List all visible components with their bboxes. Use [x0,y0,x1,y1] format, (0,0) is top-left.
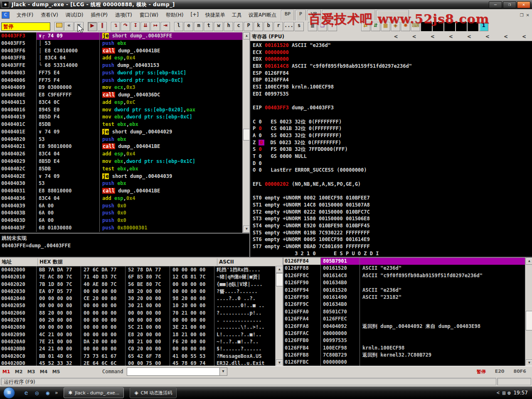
register-row[interactable] [250,187,532,195]
register-row[interactable]: EIP 00403FF3 dump_.00403FF3 [250,104,532,111]
disasm-row[interactable]: 0040403F68 01030080push 0x80000301 [0,224,249,232]
stack-row[interactable]: 0126FFA800404092返回到 dump_.00404092 来自 du… [283,323,532,330]
hexdump-row[interactable]: 0040206088 20 00 0000 00 00 0000 00 00 0… [0,310,283,317]
memory-tab-m2[interactable]: M2 [12,369,25,374]
disasm-row[interactable]: 00403FF6│ E8 C3010000call dump_.004041BE [0,47,249,55]
pause-button[interactable]: ‖ [98,22,107,31]
command-input[interactable] [127,368,219,375]
menu-item-1[interactable]: 文件(F) [13,11,37,20]
disasm-row[interactable]: 004040168945 E0mov dword ptr ss:[ebp-0x2… [0,106,249,114]
hexdump-row[interactable]: 004020C0BB 01 4D 6573 73 61 6765 42 6F 7… [0,353,283,360]
stack-row[interactable]: 0126FFB4100ECF98krnln.100ECF98 [283,345,532,352]
task-button-1[interactable]: ✱Jlack - dump_.exe... [64,387,124,398]
register-row[interactable]: ST5 empty +UNORM 019B 7C930222 FFFFFFFF [250,229,532,236]
plugin-tab-1[interactable]: BP [281,10,294,20]
hexdump-row[interactable]: 00402030EA 07 D5 7700 00 00 00B8 20 00 0… [0,288,283,295]
disasm-row[interactable]: 0040403683C4 04add esp,0x4 [0,195,249,202]
menu-extra-1[interactable]: [+] [187,11,202,20]
collapse-arrow-icon[interactable]: < [485,34,490,39]
collapse-arrow-icon[interactable]: < [412,34,416,39]
stack-row[interactable]: 0126FF8C001614C8ASCII "c9f0f895fb98ab915… [283,272,532,279]
register-row[interactable]: EBX 001614C8 ASCII "c9f0f895fb98ab9159f5… [250,63,532,70]
tray-icon-1[interactable]: ▤ [502,390,505,396]
register-row[interactable]: EFL 00000202 (NO,NB,NE,A,NS,PO,GE,G) [250,181,532,188]
disasm-row[interactable]: 0040402E∨ 74 09je short dump_.00404039 [0,173,249,180]
memory-tab-m3[interactable]: M3 [25,369,37,374]
register-row[interactable]: EDX 00000000 [250,56,532,63]
step-button-4[interactable]: ⇊ [141,22,150,31]
disasm-row[interactable]: 0040402053push ebx [0,136,249,143]
quicklaunch-icon-3[interactable]: ◉ [44,389,52,397]
memory-tab-m1[interactable]: M1 [0,369,12,374]
start-button[interactable]: ⊞ [3,387,15,399]
pane-button-P[interactable]: P [244,22,253,31]
menu-extra-2[interactable]: 快捷菜单 [202,11,229,20]
title-bar[interactable]: ✱ Jlack - dump_.exe - [LCG - 线程 00000888… [0,0,532,10]
pane-button-r[interactable]: r [274,22,283,31]
disasm-row[interactable]: 0040401383C4 0Cadd esp,0xC [0,99,249,106]
hexdump-row[interactable]: 0040205000 00 00 0000 00 00 0030 21 00 0… [0,302,283,309]
command-combobox[interactable]: ▼ [127,367,227,376]
disasm-row[interactable]: 0040402C85DBtest ebx,ebx [0,165,249,173]
collapse-arrow-icon[interactable]: < [504,34,508,39]
step-button-3[interactable]: ↧ [131,22,140,31]
register-row[interactable]: P 0 CS 001B 32位 0(FFFFFFFF) [250,125,532,132]
disasm-scrollbar[interactable]: ▲ ▼ [242,32,249,233]
stack-row[interactable]: 0126FFA080501C70 [283,308,532,315]
task-button-2[interactable]: ◈CM 动态激活码 [130,387,177,398]
pane-button-k[interactable]: k [254,22,263,31]
disasm-row[interactable]: 00403FF5│ 53push ebx [0,40,249,47]
menu-item-4[interactable]: 插件(P) [87,11,111,20]
register-row[interactable] [250,111,532,118]
step-button-2[interactable]: ↷ [121,22,130,31]
step-button-6[interactable]: ⇥ [161,22,170,31]
hexdump-row[interactable]: 004020B024 21 00 0000 00 00 00C0 20 00 0… [0,345,283,352]
pane-button-m[interactable]: m [194,22,203,31]
disasm-row[interactable]: 004040198B5D F4mov ebx,dword ptr ss:[ebp… [0,113,249,121]
pane-button-c[interactable]: c [234,22,243,31]
register-row[interactable]: T 0 GS 0000 NULL [250,153,532,160]
hexdump-row[interactable]: 004020904C 21 00 0000 00 00 00E8 20 00 0… [0,331,283,338]
register-row[interactable]: EBP 0126FFA4 [250,76,532,84]
collapse-arrow-icon[interactable]: < [394,34,398,39]
register-row[interactable]: Z 0 DS 0023 32位 0(FFFFFFFF) [250,139,532,146]
stack-scrollbar[interactable]: ▲ ▼ [525,258,532,366]
register-row[interactable]: C 0 ES 0023 32位 0(FFFFFFFF) [250,118,532,126]
menu-extra-4[interactable]: 设置API断点 [245,11,280,20]
register-row[interactable]: ESI 100ECF98 krnln.100ECF98 [250,84,532,91]
register-row[interactable]: 3 2 1 0 E S P U O Z D I [250,250,532,257]
disasm-row[interactable]: 00403FF3∨┌ 74 09je short dump_.00403FFE [0,32,249,40]
pane-button-t[interactable]: t [204,22,213,31]
stack-row[interactable]: 0126FF9400161520ASCII "e236d" [283,287,532,294]
hexdump-row[interactable]: 004020A07E 21 00 00DA 20 00 0008 21 00 0… [0,338,283,345]
plugin-tab-2[interactable]: P [296,10,306,20]
collapse-arrow-icon[interactable]: < [522,34,526,39]
step-button-5[interactable]: ↦ [151,22,160,31]
collapse-arrow-icon[interactable]: < [467,34,471,39]
register-row[interactable]: EDI 00997535 [250,91,532,98]
register-row[interactable]: ECX 00000000 [250,49,532,56]
stack-row[interactable]: 0126FFAC00000000 [283,330,532,337]
col-header-hex[interactable]: HEX 数据 [38,259,217,266]
collapse-arrow-icon[interactable]: < [449,34,453,39]
menu-extra-3[interactable]: 工具 [229,11,245,20]
memory-tab-m5[interactable]: M5 [50,369,62,374]
disasm-row[interactable]: 004040396A 00push 0x0 [0,202,249,210]
memory-tab-m4[interactable]: M4 [37,369,50,374]
disasm-row[interactable]: 00404031E8 88010000call dump_.004041BE [0,187,249,195]
register-row[interactable]: ST2 empty +UNORM 0222 00150000 010BFC7C [250,209,532,216]
hexdump-scrollbar[interactable]: ▲ ▼ [275,266,283,366]
pane-button-h[interactable]: h [224,22,233,31]
register-row[interactable]: ST0 empty +UNORM 0002 100ECF98 010BFEE7 [250,195,532,202]
stack-row[interactable]: 0126FF90001634B0 [283,279,532,286]
quick-launch-more[interactable]: » [55,390,58,396]
stack-row[interactable]: 0126FF9C001634B0 [283,301,532,308]
register-row[interactable]: ST1 empty +UNORM 14C8 00150000 001507A8 [250,202,532,209]
disasm-row[interactable]: 0040401E∨ 74 09je short dump_.00404029 [0,128,249,136]
pane-button-l[interactable]: l [174,22,183,31]
register-row[interactable] [250,174,532,181]
menu-item-6[interactable]: 窗口(W) [136,11,162,20]
quicklaunch-icon-2[interactable]: ◎ [33,389,41,397]
stack-row[interactable]: 0126FFB87C80B729返回到 kernel32.7C80B729 [283,352,532,359]
register-row[interactable]: D 0 [250,160,532,167]
